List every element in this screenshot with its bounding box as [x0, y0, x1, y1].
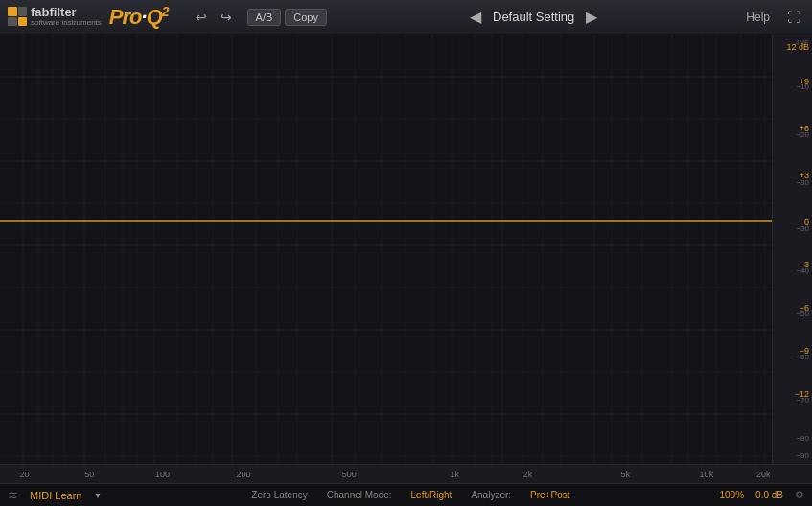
db-right-minus40: −40 — [796, 266, 809, 275]
db-right-minus90: −90 — [796, 451, 809, 460]
header: fabfilter software instruments Pro·Q2 ↩ … — [0, 0, 812, 34]
ab-button[interactable]: A/B — [247, 9, 282, 26]
logo-cell-4 — [18, 17, 28, 27]
fullscreen-button[interactable]: ⛶ — [783, 8, 804, 27]
freq-label-10k: 10k — [700, 470, 714, 479]
logo-cell-3 — [8, 17, 17, 27]
freq-label-100: 100 — [155, 470, 170, 479]
preset-name: Default Setting — [493, 10, 574, 24]
analyzer-value[interactable]: Pre+Post — [530, 490, 569, 500]
db-scale: -INF 12 dB −10 +9 −20 +6 −30 +3 0 −30 −3… — [772, 34, 812, 464]
db-right-minus60: −60 — [796, 353, 809, 361]
channel-mode-label: Channel Mode: — [327, 490, 392, 500]
eq-area[interactable]: -INF 12 dB −10 +9 −20 +6 −30 +3 0 −30 −3… — [0, 34, 812, 464]
product-logo: Pro·Q2 — [109, 4, 169, 30]
logo-grid — [8, 7, 27, 26]
settings-icon[interactable]: ⚙ — [795, 489, 804, 501]
brand-sub: software instruments — [31, 19, 102, 28]
logo-cell-2 — [18, 7, 28, 16]
ab-section: A/B Copy — [247, 9, 327, 26]
freq-label-2k: 2k — [523, 470, 533, 479]
frequency-bar: 20 50 100 200 500 1k 2k 5k 10k 20k — [0, 464, 812, 483]
eq-grid — [0, 34, 772, 464]
preset-section: ◀ Default Setting ▶ — [335, 8, 732, 26]
redo-button[interactable]: ↪ — [217, 8, 236, 27]
db-right-minus70: −70 — [796, 396, 809, 404]
gain-value[interactable]: 0.0 dB — [755, 490, 783, 500]
help-button[interactable]: Help — [740, 9, 776, 26]
zoom-value[interactable]: 100% — [720, 490, 745, 500]
freq-label-50: 50 — [84, 470, 94, 479]
midi-learn-button[interactable]: MIDI Learn — [30, 490, 81, 501]
db-right-minus80: −80 — [796, 434, 809, 443]
db-right-minus50: −50 — [796, 310, 809, 318]
freq-label-20k: 20k — [756, 470, 771, 479]
bottom-bar: ≋ MIDI Learn ▼ Zero Latency Channel Mode… — [0, 483, 812, 506]
db-right-minus30b: −30 — [796, 224, 809, 233]
zero-latency-label: Zero Latency — [251, 490, 307, 500]
freq-label-1k: 1k — [451, 470, 460, 479]
pro-text: Pro — [109, 5, 142, 29]
midi-dropdown-arrow[interactable]: ▼ — [93, 491, 102, 500]
preset-next-button[interactable]: ▶ — [582, 8, 601, 26]
freq-label-500: 500 — [342, 470, 357, 479]
channel-mode-value[interactable]: Left/Right — [411, 490, 452, 500]
freq-label-200: 200 — [237, 470, 251, 479]
logo-cell-1 — [8, 7, 17, 16]
db-label-6: +6 — [800, 124, 809, 133]
logo-area: fabfilter software instruments Pro·Q2 — [8, 4, 169, 30]
db-label-9: +9 — [800, 77, 809, 86]
logo-text: fabfilter software instruments — [31, 6, 102, 28]
freq-label-5k: 5k — [620, 470, 630, 479]
waveform-icon: ≋ — [8, 488, 18, 502]
copy-button[interactable]: Copy — [285, 9, 327, 26]
analyzer-label: Analyzer: — [471, 490, 511, 500]
brand-name: fabfilter — [31, 6, 102, 19]
header-controls: ↩ ↪ — [192, 8, 236, 27]
undo-button[interactable]: ↩ — [192, 8, 211, 27]
db-label-3: +3 — [800, 171, 809, 180]
freq-label-20: 20 — [19, 470, 29, 479]
db-label-12: 12 dB — [786, 42, 809, 52]
preset-prev-button[interactable]: ◀ — [466, 8, 485, 26]
